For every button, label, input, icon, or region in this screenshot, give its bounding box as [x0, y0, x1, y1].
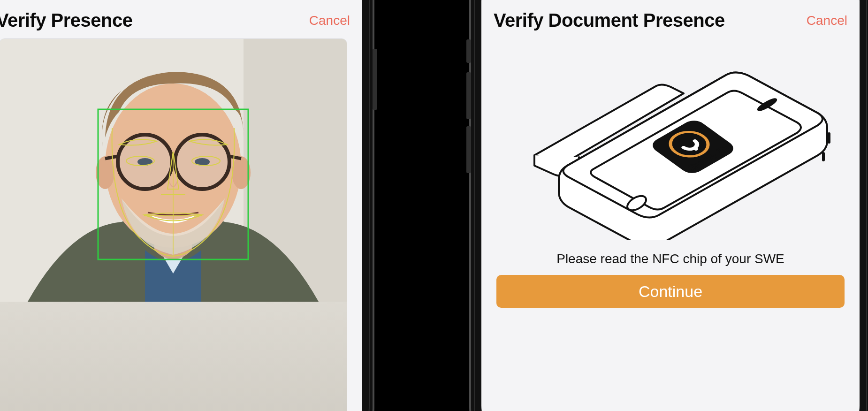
nfc-illustration: Svipe iD: [496, 40, 845, 242]
camera-preview: [0, 38, 347, 411]
phone-screen-right: Verify Document Presence Cancel: [481, 0, 860, 411]
power-button: [373, 49, 377, 110]
volume-down: [466, 126, 471, 173]
instruction-text: Please read the NFC chip of your SWE: [481, 251, 860, 266]
cancel-button[interactable]: Cancel: [309, 13, 350, 28]
phone-screen-left: Verify Presence Cancel: [0, 0, 362, 411]
svg-point-12: [126, 156, 154, 166]
header-divider: [481, 34, 860, 34]
continue-button[interactable]: Continue: [496, 275, 845, 308]
cancel-button[interactable]: Cancel: [807, 13, 847, 28]
svg-point-13: [192, 156, 220, 166]
phone-frame-left: Verify Presence Cancel: [0, 0, 374, 411]
header-divider: [0, 34, 362, 34]
page-title: Verify Document Presence: [494, 10, 725, 31]
volume-up: [466, 72, 471, 119]
page-title: Verify Presence: [0, 10, 133, 31]
face-detection-overlay: [0, 39, 347, 302]
continue-label: Continue: [639, 282, 702, 301]
phone-frame-right: Verify Document Presence Cancel: [469, 0, 868, 411]
side-switch: [466, 39, 471, 63]
